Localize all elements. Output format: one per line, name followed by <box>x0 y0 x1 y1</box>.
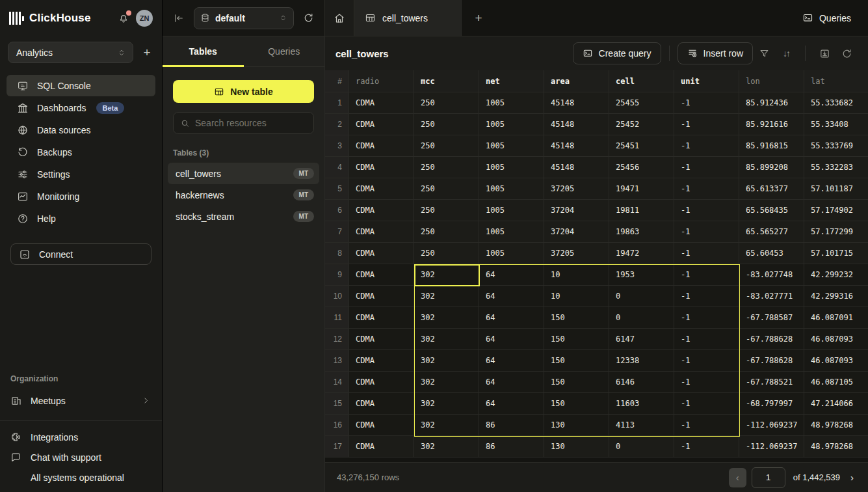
grid-cell[interactable]: CDMA <box>349 92 414 114</box>
grid-cell[interactable]: 19811 <box>609 200 674 221</box>
grid-cell[interactable]: 250 <box>414 243 479 264</box>
grid-cell[interactable]: 19863 <box>609 221 674 243</box>
grid-cell[interactable]: 1005 <box>479 157 544 178</box>
grid-cell[interactable]: -67.788628 <box>739 329 804 350</box>
grid-cell[interactable]: 55.333769 <box>804 135 868 157</box>
table-list-item[interactable]: hackernews MT <box>168 184 319 206</box>
grid-cell[interactable]: 6146 <box>609 372 674 393</box>
grid-cell[interactable]: 1953 <box>609 264 674 286</box>
grid-cell[interactable]: 19472 <box>609 243 674 264</box>
sidebar-nav-item[interactable]: Help <box>7 208 155 229</box>
grid-cell[interactable]: 64 <box>479 286 544 307</box>
row-number[interactable]: 16 <box>325 415 349 436</box>
grid-cell[interactable]: CDMA <box>349 264 414 286</box>
grid-cell[interactable]: 0 <box>609 307 674 329</box>
grid-cell[interactable]: 45148 <box>544 135 609 157</box>
next-page-button[interactable]: › <box>848 472 856 483</box>
grid-cell[interactable]: 65.565277 <box>739 221 804 243</box>
new-table-button[interactable]: New table <box>173 80 314 103</box>
grid-cell[interactable]: CDMA <box>349 436 414 458</box>
grid-cell[interactable]: CDMA <box>349 200 414 221</box>
table-list-item[interactable]: cell_towers MT <box>168 163 319 184</box>
tab-cell-towers[interactable]: cell_towers <box>354 0 462 36</box>
grid-cell[interactable]: 64 <box>479 307 544 329</box>
grid-cell[interactable]: -1 <box>674 372 739 393</box>
grid-cell[interactable]: -1 <box>674 264 739 286</box>
grid-cell[interactable]: 250 <box>414 92 479 114</box>
row-number[interactable]: 8 <box>325 243 349 264</box>
grid-cell[interactable]: 150 <box>544 372 609 393</box>
create-query-button[interactable]: Create query <box>573 42 661 64</box>
grid-cell[interactable]: CDMA <box>349 350 414 372</box>
grid-cell[interactable]: 302 <box>414 372 479 393</box>
grid-cell[interactable]: 10 <box>544 264 609 286</box>
database-select[interactable]: default <box>194 7 294 29</box>
grid-cell[interactable]: 37204 <box>544 221 609 243</box>
grid-cell[interactable]: CDMA <box>349 243 414 264</box>
grid-cell[interactable]: 55.332283 <box>804 157 868 178</box>
grid-cell[interactable]: -68.797997 <box>739 393 804 415</box>
grid-cell[interactable]: -1 <box>674 329 739 350</box>
grid-cell[interactable]: 302 <box>414 350 479 372</box>
grid-cell[interactable]: 250 <box>414 200 479 221</box>
grid-cell[interactable]: CDMA <box>349 307 414 329</box>
page-input[interactable] <box>752 467 785 488</box>
grid-cell[interactable]: 130 <box>544 436 609 458</box>
row-number[interactable]: 1 <box>325 92 349 114</box>
grid-cell[interactable]: CDMA <box>349 221 414 243</box>
workspace-select[interactable]: Analytics <box>8 42 133 63</box>
grid-cell[interactable]: 65.60453 <box>739 243 804 264</box>
grid-cell[interactable]: -1 <box>674 178 739 200</box>
column-header-lon[interactable]: lon <box>739 70 804 92</box>
grid-cell[interactable]: CDMA <box>349 393 414 415</box>
grid-cell[interactable]: 250 <box>414 135 479 157</box>
column-header-num[interactable]: # <box>325 70 349 92</box>
grid-cell[interactable]: 55.33408 <box>804 114 868 135</box>
grid-cell[interactable]: -1 <box>674 415 739 436</box>
grid-cell[interactable]: 150 <box>544 329 609 350</box>
grid-cell[interactable]: 250 <box>414 114 479 135</box>
sidebar-item-meetups[interactable]: Meetups <box>7 390 155 411</box>
grid-cell[interactable]: CDMA <box>349 329 414 350</box>
collapse-sidebar-button[interactable] <box>173 12 185 24</box>
grid-cell[interactable]: 10 <box>544 286 609 307</box>
grid-cell[interactable]: 150 <box>544 307 609 329</box>
grid-cell[interactable]: 57.177299 <box>804 221 868 243</box>
column-header-mcc[interactable]: mcc <box>414 70 479 92</box>
grid-cell[interactable]: 65.613377 <box>739 178 804 200</box>
grid-cell[interactable]: CDMA <box>349 114 414 135</box>
grid-cell[interactable]: -1 <box>674 307 739 329</box>
grid-cell[interactable]: 25456 <box>609 157 674 178</box>
grid-cell[interactable]: 48.978268 <box>804 415 868 436</box>
connect-button[interactable]: Connect <box>10 243 151 265</box>
grid-cell[interactable]: 130 <box>544 415 609 436</box>
grid-cell[interactable]: CDMA <box>349 135 414 157</box>
insert-row-button[interactable]: Insert row <box>677 42 753 64</box>
row-number[interactable]: 11 <box>325 307 349 329</box>
grid-cell[interactable]: -1 <box>674 436 739 458</box>
grid-cell[interactable]: 57.101715 <box>804 243 868 264</box>
column-header-cell[interactable]: cell <box>609 70 674 92</box>
grid-cell[interactable]: 37205 <box>544 178 609 200</box>
grid-cell[interactable]: -1 <box>674 221 739 243</box>
grid-cell[interactable]: 45148 <box>544 114 609 135</box>
row-number[interactable]: 15 <box>325 393 349 415</box>
grid-cell[interactable]: 302 <box>414 329 479 350</box>
row-number[interactable]: 5 <box>325 178 349 200</box>
grid-cell[interactable]: -1 <box>674 114 739 135</box>
grid-cell[interactable]: 250 <box>414 178 479 200</box>
row-number[interactable]: 6 <box>325 200 349 221</box>
grid-cell[interactable]: 46.087105 <box>804 372 868 393</box>
grid-cell[interactable]: 302 <box>414 415 479 436</box>
grid-cell[interactable]: -67.788628 <box>739 350 804 372</box>
grid-cell[interactable]: 85.912436 <box>739 92 804 114</box>
prev-page-button[interactable]: ‹ <box>729 468 746 487</box>
sidebar-nav-item[interactable]: Data sources <box>7 119 155 141</box>
grid-cell[interactable]: 25452 <box>609 114 674 135</box>
sidebar-nav-item[interactable]: Settings <box>7 163 155 185</box>
grid-cell[interactable]: 86 <box>479 436 544 458</box>
grid-cell[interactable]: 42.299316 <box>804 286 868 307</box>
row-number[interactable]: 2 <box>325 114 349 135</box>
grid-cell[interactable]: 48.978268 <box>804 436 868 458</box>
queries-button[interactable]: Queries <box>785 0 868 36</box>
